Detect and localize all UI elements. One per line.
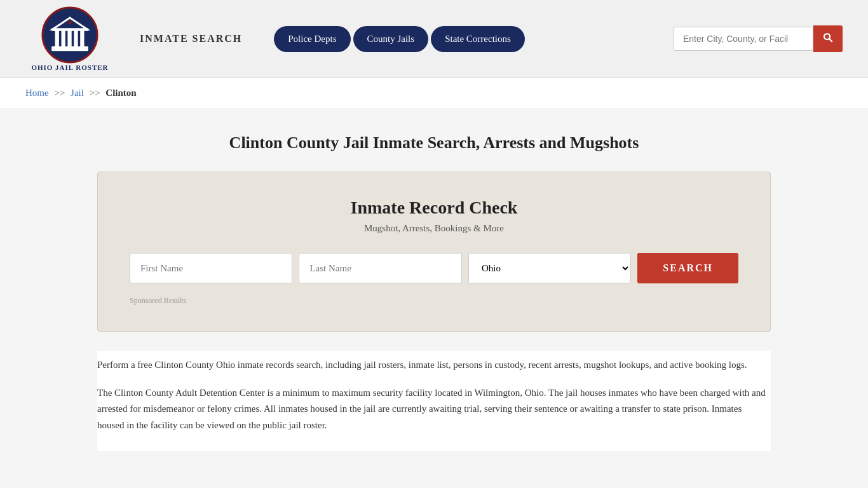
description-text: Perform a free Clinton County Ohio inmat…	[97, 351, 771, 451]
main-content: Clinton County Jail Inmate Search, Arres…	[72, 108, 796, 464]
inmate-search-label: INMATE SEARCH	[140, 33, 242, 44]
breadcrumb-current: Clinton	[105, 88, 136, 98]
breadcrumb-sep2: >>	[90, 88, 100, 98]
description-para2: The Clinton County Adult Detention Cente…	[97, 385, 771, 434]
svg-rect-9	[51, 28, 88, 31]
breadcrumb-home[interactable]: Home	[25, 88, 49, 98]
svg-rect-4	[67, 30, 71, 48]
svg-line-12	[829, 39, 832, 42]
nav-county-jails[interactable]: County Jails	[353, 26, 429, 52]
svg-rect-5	[74, 30, 78, 48]
first-name-input[interactable]	[130, 253, 292, 283]
search-form-row: AlabamaAlaskaArizonaArkansasCaliforniaCo…	[130, 253, 738, 283]
nav-police-depts[interactable]: Police Depts	[274, 26, 350, 52]
logo-text: Ohio Jail Roster	[31, 64, 108, 71]
nav-state-corrections[interactable]: State Corrections	[431, 26, 525, 52]
svg-rect-2	[55, 30, 59, 48]
site-header: Ohio Jail Roster INMATE SEARCH Police De…	[0, 0, 868, 78]
record-check-title: Inmate Record Check	[130, 198, 738, 218]
breadcrumb-jail[interactable]: Jail	[71, 88, 84, 98]
svg-point-10	[68, 21, 71, 24]
logo-area: Ohio Jail Roster	[25, 6, 114, 71]
page-title: Clinton County Jail Inmate Search, Arres…	[97, 133, 771, 152]
header-search-input[interactable]	[674, 27, 813, 51]
svg-rect-6	[80, 30, 84, 48]
site-logo	[41, 6, 98, 64]
search-button[interactable]: SEARCH	[637, 253, 738, 283]
record-check-subtitle: Mugshot, Arrests, Bookings & More	[130, 223, 738, 234]
last-name-input[interactable]	[299, 253, 461, 283]
header-search-button[interactable]	[813, 25, 843, 52]
main-nav: Police Depts County Jails State Correcti…	[274, 26, 525, 52]
breadcrumb-sep1: >>	[54, 88, 65, 98]
svg-point-11	[824, 34, 830, 39]
description-para1: Perform a free Clinton County Ohio inmat…	[97, 357, 771, 374]
record-check-box: Inmate Record Check Mugshot, Arrests, Bo…	[97, 172, 771, 332]
search-icon	[822, 32, 834, 43]
state-select[interactable]: AlabamaAlaskaArizonaArkansasCaliforniaCo…	[468, 253, 631, 283]
breadcrumb: Home >> Jail >> Clinton	[0, 78, 868, 108]
sponsored-label: Sponsored Results	[130, 296, 738, 306]
header-search-area	[674, 25, 843, 52]
svg-rect-3	[62, 30, 65, 48]
